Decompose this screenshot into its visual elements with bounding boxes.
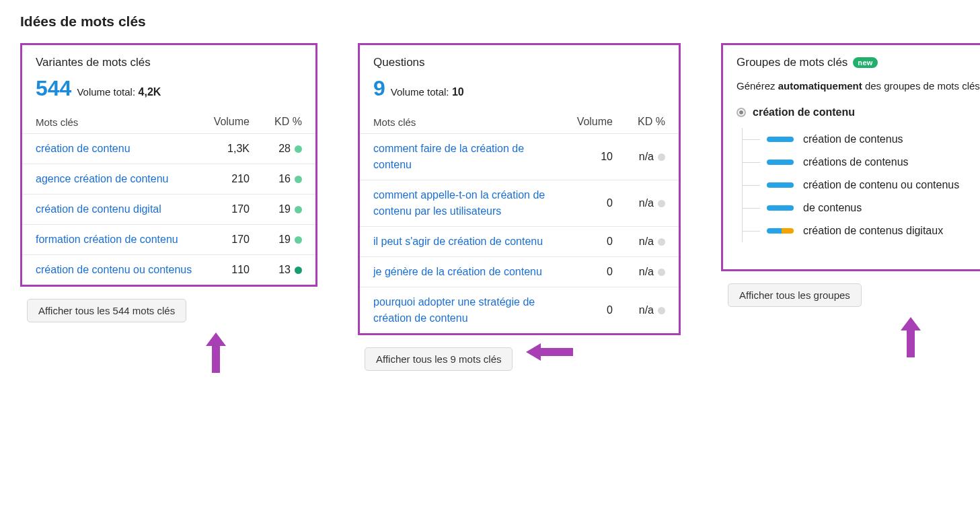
table-row: je génère de la création de contenu0n/a	[360, 256, 679, 287]
tree-item[interactable]: création de contenus digitaux	[767, 219, 980, 242]
table-row: création de contenu ou contenus11013	[22, 254, 315, 285]
groups-description: Générez automatiquement des groupes de m…	[737, 79, 980, 94]
questions-volume-label: Volume total:	[391, 86, 449, 98]
svg-marker-2	[901, 317, 921, 357]
kd-dot-icon	[295, 176, 302, 183]
tree-item[interactable]: de contenus	[767, 197, 980, 219]
tree-item-label: de contenus	[803, 202, 862, 214]
volume-cell: 0	[559, 304, 613, 316]
page-title: Idées de mots clés	[20, 13, 960, 30]
kd-dot-icon	[658, 307, 665, 314]
col-header-kd: KD %	[613, 116, 665, 128]
keyword-link[interactable]: je génère de la création de contenu	[373, 266, 542, 277]
table-row: formation création de contenu17019	[22, 224, 315, 254]
group-bar-icon	[767, 182, 794, 188]
groups-tree: création de contenu création de contenus…	[723, 106, 980, 256]
kd-cell: n/a	[613, 236, 665, 248]
keyword-link[interactable]: comment faire de la création de contenu	[373, 143, 524, 170]
kd-dot-icon	[658, 269, 665, 276]
kd-dot-icon	[658, 153, 665, 161]
group-bar-icon	[767, 228, 794, 234]
kd-cell: 19	[250, 234, 302, 246]
tree-item[interactable]: créations de contenus	[767, 151, 980, 174]
group-bar-icon	[767, 137, 794, 142]
arrow-up-icon	[901, 317, 921, 360]
tree-item[interactable]: création de contenu ou contenus	[767, 174, 980, 197]
kd-cell: 28	[250, 143, 302, 155]
variants-show-all-button[interactable]: Afficher tous les 544 mots clés	[27, 299, 186, 322]
group-bar-icon	[767, 205, 794, 211]
col-header-kd: KD %	[250, 116, 302, 128]
kd-dot-icon	[295, 206, 302, 213]
table-row: agence création de contenu21016	[22, 164, 315, 194]
table-row: comment faire de la création de contenu1…	[360, 133, 679, 180]
questions-panel: Questions 9 Volume total: 10 Mots clés V…	[358, 43, 681, 335]
volume-cell: 10	[559, 151, 613, 163]
volume-cell: 0	[559, 236, 613, 248]
kd-cell: 19	[250, 203, 302, 215]
keyword-link[interactable]: formation création de contenu	[36, 234, 178, 245]
kd-cell: n/a	[613, 304, 665, 316]
questions-title: Questions	[373, 56, 665, 69]
volume-cell: 110	[196, 264, 250, 276]
arrow-left-icon	[526, 343, 573, 363]
keyword-link[interactable]: il peut s'agir de création de contenu	[373, 236, 543, 247]
volume-cell: 210	[196, 173, 250, 185]
col-header-keywords: Mots clés	[373, 116, 559, 128]
volume-cell: 1,3K	[196, 143, 250, 155]
col-header-keywords: Mots clés	[36, 116, 196, 128]
table-row: pourquoi adopter une stratégie de créati…	[360, 287, 679, 333]
volume-cell: 0	[559, 197, 613, 209]
tree-item[interactable]: création de contenus	[767, 128, 980, 151]
groups-panel: Groupes de mots clés new Générez automat…	[721, 43, 980, 271]
variants-title: Variantes de mots clés	[36, 56, 302, 69]
keyword-link[interactable]: création de contenu	[36, 143, 130, 154]
kd-cell: 13	[250, 264, 302, 276]
tree-item-label: création de contenus	[803, 133, 903, 145]
keyword-link[interactable]: comment appelle-t-on la création de cont…	[373, 189, 545, 217]
keyword-link[interactable]: agence création de contenu	[36, 173, 168, 184]
keyword-link[interactable]: création de contenu ou contenus	[36, 264, 192, 275]
volume-cell: 0	[559, 266, 613, 278]
kd-cell: n/a	[613, 266, 665, 278]
kd-cell: n/a	[613, 151, 665, 163]
table-row: création de contenu digital17019	[22, 194, 315, 224]
kd-dot-icon	[658, 200, 665, 207]
volume-cell: 170	[196, 234, 250, 246]
variants-panel: Variantes de mots clés 544 Volume total:…	[20, 43, 317, 287]
variants-count: 544	[36, 76, 71, 101]
new-badge: new	[853, 57, 877, 68]
kd-dot-icon	[295, 145, 302, 153]
keyword-link[interactable]: pourquoi adopter une stratégie de créati…	[373, 296, 535, 324]
group-bar-icon	[767, 160, 794, 165]
kd-dot-icon	[295, 267, 302, 274]
col-header-volume: Volume	[196, 116, 250, 128]
volume-cell: 170	[196, 203, 250, 215]
table-row: comment appelle-t-on la création de cont…	[360, 180, 679, 226]
table-row: création de contenu1,3K28	[22, 133, 315, 164]
tree-item-label: création de contenu ou contenus	[803, 179, 959, 191]
questions-table: Mots clés Volume KD % comment faire de l…	[360, 116, 679, 333]
svg-marker-0	[206, 332, 226, 373]
kd-cell: n/a	[613, 197, 665, 209]
col-header-volume: Volume	[559, 116, 613, 128]
questions-show-all-button[interactable]: Afficher tous les 9 mots clés	[365, 347, 513, 371]
kd-cell: 16	[250, 173, 302, 185]
groups-show-all-button[interactable]: Afficher tous les groupes	[728, 283, 862, 307]
tree-root-label: création de contenu	[753, 106, 855, 118]
kd-dot-icon	[295, 236, 302, 244]
questions-volume-value: 10	[452, 86, 464, 98]
kd-dot-icon	[658, 238, 665, 246]
keyword-link[interactable]: création de contenu digital	[36, 203, 161, 215]
tree-root[interactable]: création de contenu	[737, 106, 980, 118]
groups-title: Groupes de mots clés	[737, 56, 847, 69]
variants-volume-value: 4,2K	[139, 86, 161, 98]
tree-item-label: créations de contenus	[803, 156, 909, 168]
svg-marker-1	[526, 343, 573, 361]
variants-volume-label: Volume total:	[77, 86, 135, 98]
tree-item-label: création de contenus digitaux	[803, 225, 943, 237]
table-row: il peut s'agir de création de contenu0n/…	[360, 226, 679, 256]
variants-table: Mots clés Volume KD % création de conten…	[22, 116, 315, 285]
radio-icon	[737, 108, 746, 117]
questions-count: 9	[373, 76, 385, 101]
